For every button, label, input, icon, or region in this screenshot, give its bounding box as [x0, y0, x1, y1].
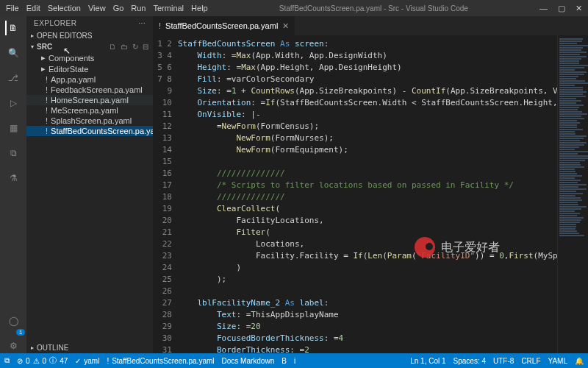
status-enc[interactable]: UTF-8	[493, 357, 514, 365]
menu-file[interactable]: File	[6, 4, 19, 13]
yaml-file-icon: !	[159, 21, 161, 30]
test-icon[interactable]: ⚗	[6, 171, 21, 185]
status-spaces[interactable]: Spaces: 4	[453, 357, 486, 365]
menu-terminal[interactable]: Terminal	[154, 4, 184, 13]
minimap[interactable]	[557, 35, 588, 353]
tab-active[interactable]: ! StaffBedCountsScreen.pa.yaml ✕	[153, 16, 295, 35]
file-staffbedcountsscreen-pa-yaml[interactable]: ! StaffBedCountsScreen.pa.yaml	[26, 126, 153, 136]
account-icon[interactable]: ◯	[6, 314, 21, 328]
explorer-header: EXPLORER	[34, 19, 76, 27]
status-remote[interactable]: ⧉	[4, 356, 10, 365]
menu-bar: FileEditSelectionViewGoRunTerminalHelp	[6, 4, 208, 13]
remote-icon[interactable]: ⧉	[6, 146, 21, 160]
refresh-icon[interactable]: ↻	[132, 43, 138, 51]
new-folder-icon[interactable]: 🗀	[121, 43, 128, 51]
menu-view[interactable]: View	[88, 4, 106, 13]
more-icon[interactable]: ⋯	[138, 19, 146, 27]
status-docs[interactable]: Docs Markdown	[222, 357, 275, 365]
code-area[interactable]: StaffBedCountsScreen As screen: Width: =…	[178, 35, 557, 353]
close-icon[interactable]: ✕	[576, 4, 582, 13]
line-gutter: 1 2 3 4 5 6 7 8 9 10 11 12 13 14 15 16 1…	[153, 35, 178, 353]
src-folder[interactable]: ▾SRC 🗋 🗀 ↻ ⊟	[26, 41, 153, 52]
file-mescreen-pa-yaml[interactable]: ! MeScreen.pa.yaml	[26, 105, 153, 116]
search-icon[interactable]: 🔍	[6, 46, 21, 60]
status-bell-icon[interactable]: 🔔	[575, 357, 584, 365]
status-eol[interactable]: CRLF	[521, 357, 540, 365]
new-file-icon[interactable]: 🗋	[109, 43, 116, 51]
status-pos[interactable]: Ln 1, Col 1	[410, 357, 445, 365]
explorer-icon[interactable]: 🗎	[5, 21, 20, 35]
status-lang[interactable]: ✓ yaml	[75, 357, 99, 365]
menu-edit[interactable]: Edit	[26, 4, 40, 13]
file-app-pa-yaml[interactable]: ! App.pa.yaml	[26, 74, 153, 85]
account-badge: 1	[16, 329, 25, 336]
folder-components[interactable]: ▸Components	[26, 52, 153, 63]
debug-icon[interactable]: ▷	[6, 96, 21, 110]
status-mode[interactable]: YAML	[548, 357, 568, 365]
status-b[interactable]: B	[282, 357, 287, 365]
minimize-icon[interactable]: ―	[539, 4, 548, 13]
tab-label: StaffBedCountsScreen.pa.yaml	[165, 21, 278, 30]
collapse-icon[interactable]: ⊟	[143, 43, 148, 51]
file-splashscreen-pa-yaml[interactable]: ! SplashScreen.pa.yaml	[26, 116, 153, 126]
outline-section[interactable]: ▸OUTLINE	[26, 342, 153, 353]
window-title: StaffBedCountsScreen.pa.yaml - Src - Vis…	[208, 4, 539, 13]
menu-run[interactable]: Run	[131, 4, 146, 13]
file-feedbackscreen-pa-yaml[interactable]: ! FeedbackScreen.pa.yaml	[26, 85, 153, 95]
file-homescreen-pa-yaml[interactable]: ! HomeScreen.pa.yaml	[26, 95, 153, 105]
folder-editorstate[interactable]: ▸EditorState	[26, 63, 153, 74]
menu-selection[interactable]: Selection	[48, 4, 81, 13]
settings-icon[interactable]: ⚙	[6, 339, 21, 353]
open-editors-section[interactable]: ▸OPEN EDITORS	[26, 30, 153, 41]
maximize-icon[interactable]: ▢	[558, 4, 565, 13]
menu-go[interactable]: Go	[113, 4, 124, 13]
scm-icon[interactable]: ⎇	[6, 71, 21, 85]
status-problems[interactable]: ⊘0 ⚠0 ⓘ47	[17, 355, 68, 366]
tab-close-icon[interactable]: ✕	[282, 21, 289, 31]
menu-help[interactable]: Help	[191, 4, 208, 13]
status-i[interactable]: i	[294, 357, 295, 365]
status-file[interactable]: ! StaffBedCountsScreen.pa.yaml	[107, 357, 214, 365]
extensions-icon[interactable]: ▦	[6, 121, 21, 135]
